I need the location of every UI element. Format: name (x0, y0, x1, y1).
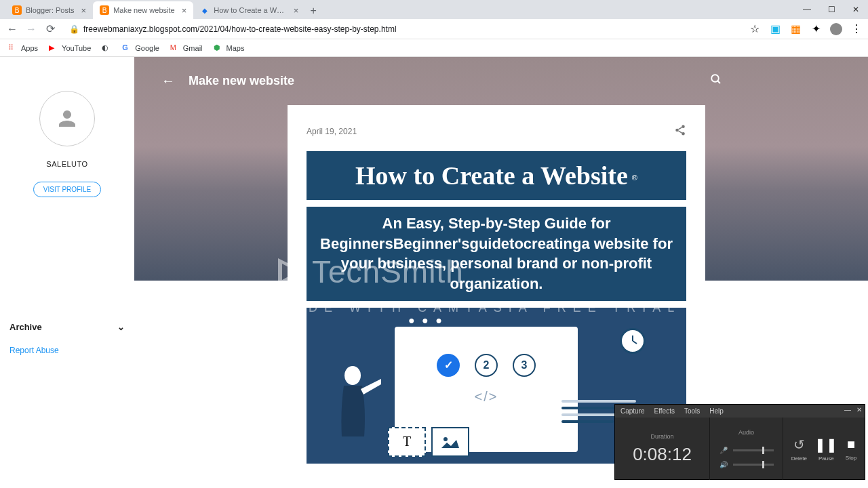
forward-button[interactable]: → (24, 22, 38, 36)
post-title: How to Create a Website (355, 161, 628, 190)
tab-title: Blogger: Posts (26, 6, 75, 14)
chevron-down-icon: ⌄ (117, 322, 125, 332)
tab-blogger[interactable]: B Blogger: Posts × (5, 1, 93, 19)
bookmark-label: Maps (226, 44, 245, 52)
blog-title[interactable]: Make new website (189, 74, 294, 88)
tab-close-icon[interactable]: × (182, 5, 187, 16)
svg-line-9 (633, 341, 637, 344)
bookmark-label: YouTube (62, 44, 91, 52)
tab-title: Make new website (113, 6, 175, 14)
menu-effects[interactable]: Effects (654, 407, 675, 415)
person-left-icon (327, 362, 381, 464)
mic-slider[interactable] (733, 449, 774, 451)
bookmark-apps[interactable]: ⠿ Apps (8, 43, 38, 53)
camtasia-recorder[interactable]: Capture Effects Tools Help — ✕ Duration … (614, 404, 865, 480)
step-2: 2 (475, 354, 498, 377)
window-minimize[interactable]: — (795, 0, 819, 19)
step-3: 3 (513, 354, 536, 377)
menu-capture[interactable]: Capture (620, 407, 645, 415)
duration-label: Duration (650, 433, 673, 440)
svg-point-10 (443, 437, 448, 441)
sidebar: SALELUTO VISIT PROFILE Archive ⌄ Report … (0, 57, 134, 483)
maps-icon: ⬢ (214, 43, 223, 53)
bookmark-google[interactable]: G Google (122, 43, 159, 53)
post-title-banner: How to Create a Website® (307, 151, 686, 200)
menu-help[interactable]: Help (709, 407, 724, 415)
back-arrow-icon[interactable]: ← (161, 73, 175, 89)
tab-close-icon[interactable]: × (294, 5, 299, 16)
extension-vimeo-icon[interactable]: ▣ (769, 23, 781, 35)
post-date[interactable]: April 19, 2021 (307, 127, 357, 136)
blogger-favicon: B (100, 5, 109, 15)
bookmark-maps[interactable]: ⬢ Maps (214, 43, 245, 53)
tab-how-to-create[interactable]: ◆ How to Create a Website: Step-b × (193, 1, 305, 19)
lock-icon: 🔒 (69, 24, 79, 34)
author-avatar[interactable] (39, 91, 95, 146)
post-subtitle: An Easy, Step-by-Step Guide for Beginner… (311, 214, 682, 294)
archive-toggle[interactable]: Archive ⌄ (0, 314, 134, 340)
profile-avatar-icon[interactable] (830, 23, 842, 35)
clock-icon (620, 328, 646, 354)
audio-panel: Audio 🎤 🔊 (710, 418, 783, 480)
mic-icon[interactable]: 🎤 (719, 447, 728, 454)
globe-icon: ◐ (102, 43, 111, 53)
report-abuse-link[interactable]: Report Abuse (0, 340, 134, 361)
stop-label: Stop (846, 455, 856, 461)
stop-button[interactable]: ■ Stop (846, 436, 856, 461)
bookmark-generic[interactable]: ◐ (102, 43, 111, 53)
tab-make-website[interactable]: B Make new website × (93, 1, 193, 19)
menu-dots-icon[interactable]: ⋮ (850, 23, 863, 35)
pause-icon: ❚❚ (814, 436, 837, 453)
star-icon[interactable]: ☆ (749, 23, 761, 35)
url-input[interactable]: 🔒 freewebmaniaxyz.blogspot.com/2021/04/h… (62, 24, 743, 34)
recorder-menu-bar: Capture Effects Tools Help (615, 405, 865, 418)
text-box-icon: T (388, 427, 426, 457)
reload-button[interactable]: ⟳ (43, 22, 57, 36)
svg-line-6 (678, 127, 682, 129)
delete-label: Delete (791, 455, 807, 462)
share-icon[interactable] (674, 124, 686, 139)
duration-time: 0:08:12 (633, 444, 692, 465)
recorder-close[interactable]: ✕ (856, 406, 862, 413)
google-icon: G (122, 43, 132, 53)
svg-point-2 (682, 125, 685, 129)
registered-mark: ® (632, 174, 637, 182)
url-text: freewebmaniaxyz.blogspot.com/2021/04/how… (83, 24, 397, 34)
recorder-minimize[interactable]: — (844, 406, 851, 413)
bookmark-youtube[interactable]: ▶ YouTube (49, 43, 91, 53)
back-button[interactable]: ← (5, 22, 19, 36)
visit-profile-button[interactable]: VISIT PROFILE (33, 182, 101, 197)
speaker-icon[interactable]: 🔊 (719, 461, 728, 468)
tab-strip: B Blogger: Posts × B Make new website × … (0, 0, 868, 19)
bookmark-label: Gmail (183, 44, 203, 52)
pause-button[interactable]: ❚❚ Pause (814, 436, 837, 462)
person-icon (55, 106, 79, 131)
bookmark-label: Apps (21, 44, 38, 52)
site-favicon: ◆ (200, 5, 210, 15)
window-dots-icon: ● ● ● (408, 314, 444, 327)
post-subtitle-banner: An Easy, Step-by-Step Guide for Beginner… (307, 207, 686, 301)
svg-line-1 (717, 81, 720, 83)
stop-icon: ■ (847, 436, 855, 452)
window-maximize[interactable]: ☐ (819, 0, 844, 19)
code-tag-icon: </> (395, 389, 578, 405)
new-tab-button[interactable]: + (305, 3, 321, 19)
svg-point-3 (675, 129, 679, 132)
blog-header: ← Make new website (134, 57, 868, 105)
audio-label: Audio (738, 429, 754, 436)
duration-panel: Duration 0:08:12 (615, 418, 710, 480)
bookmarks-bar: ⠿ Apps ▶ YouTube ◐ G Google M Gmail ⬢ Ma… (0, 39, 868, 57)
bookmark-gmail[interactable]: M Gmail (170, 43, 203, 53)
search-icon[interactable] (710, 73, 722, 89)
author-name: SALELUTO (46, 160, 87, 168)
image-box-icon (431, 427, 469, 457)
youtube-icon: ▶ (49, 43, 58, 53)
tab-close-icon[interactable]: × (81, 5, 87, 16)
extension-icon[interactable]: ▦ (789, 23, 802, 35)
speaker-slider[interactable] (733, 464, 774, 466)
menu-tools[interactable]: Tools (684, 407, 700, 415)
window-close[interactable]: ✕ (844, 0, 868, 19)
extensions-puzzle-icon[interactable]: ✦ (810, 23, 822, 35)
recorder-controls: ↺ Delete ❚❚ Pause ■ Stop (783, 418, 865, 480)
delete-button[interactable]: ↺ Delete (791, 436, 807, 462)
